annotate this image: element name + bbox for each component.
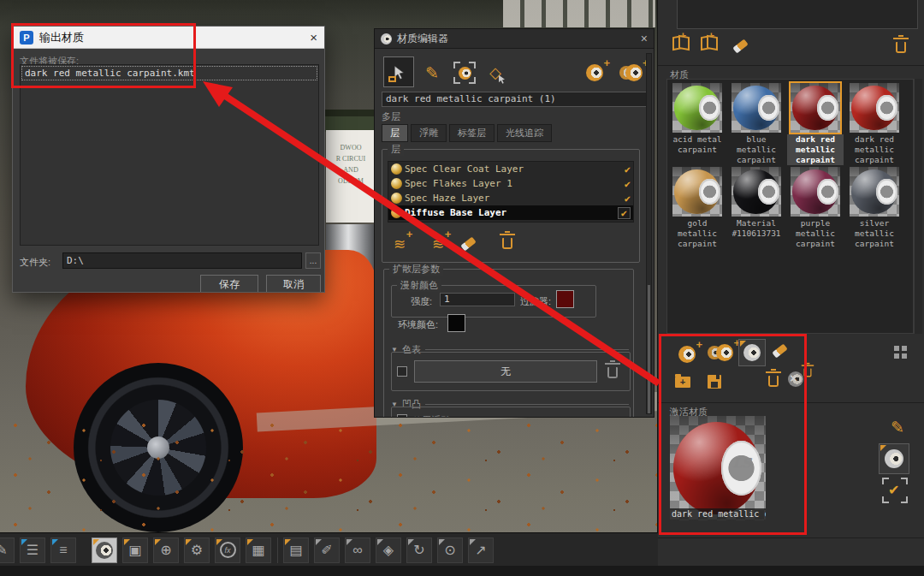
materials-scrollbar[interactable] [914,79,922,334]
dock-button-geometry-editor[interactable]: ✐ [314,537,340,563]
material-item[interactable]: silver metallic carpaint [846,167,903,249]
close-icon[interactable]: × [310,30,317,45]
layer-row[interactable]: Spec Flakes Layer 1 ✔ [388,176,633,191]
dock-button-image-styles[interactable]: ▣ [122,537,148,563]
section-rule [425,404,629,405]
delete-library-icon[interactable] [896,42,906,53]
layer-row[interactable]: Spec Clear Coat Layer ✔ [388,162,633,176]
dock-button-material-library[interactable] [92,537,117,563]
eyedropper-icon: ✎ [425,63,439,83]
dock-button-environment[interactable]: ⊕ [153,537,179,563]
add-library-folder-icon[interactable]: + [701,38,718,50]
file-list-area[interactable]: dark red metallic carpaint.kmt [20,64,319,246]
delete-layer-icon[interactable] [502,238,512,249]
material-name-field[interactable]: dark red metallic carpaint (1) [382,92,649,107]
tab-bump[interactable]: 浮雕 [411,124,447,142]
editor-titlebar[interactable]: 材质编辑器 × [375,29,654,49]
color-table-none-button[interactable]: 无 [414,360,597,383]
filter-color-swatch[interactable] [556,290,574,308]
save-button[interactable]: 保存 [200,275,258,293]
add-library-icon[interactable]: + [672,38,690,50]
browse-button[interactable]: ... [305,252,321,269]
active-material-thumbnail[interactable]: LS dark red metallic carp [670,416,766,520]
dock-button-animation[interactable]: ▦ [246,537,271,563]
clear-layer-icon[interactable] [460,237,476,252]
material-item[interactable]: purple metallic carpaint [787,167,844,249]
material-editor-window: 材质编辑器 × ✎ ◇ + + dark red metallic carpai… [374,28,654,418]
delete-color-table-icon[interactable] [607,367,618,378]
material-item-selected[interactable]: dark red metallic carpaint [787,83,844,165]
clean-materials-icon[interactable] [772,344,787,359]
material-item[interactable]: blue metallic carpaint [728,83,785,165]
dock-button-render-options[interactable]: ⚙ [184,537,210,563]
dock-button-edit-pen[interactable]: ✎ [0,537,15,563]
add-multi-material-button[interactable]: + [616,62,645,84]
layer-enabled-check-icon[interactable]: ✔ [618,207,631,219]
ambient-color-swatch[interactable] [447,314,465,332]
dock-button-tweak-wrench-list[interactable]: ☰ [20,537,45,563]
select-tool-button[interactable] [383,56,414,87]
dialog-titlebar[interactable]: P 输出材质 × [13,27,324,49]
section-rule [425,349,629,350]
add-multi-material-icon2[interactable]: + [716,344,733,361]
delete-unused-materials-icon[interactable]: × [788,371,803,390]
grid-view-icon[interactable] [894,346,907,359]
add-material-icon[interactable]: + [678,346,696,363]
clean-library-icon[interactable] [732,39,748,54]
dock-button-material-tools[interactable]: ◈ [376,537,401,563]
layer-enabled-check-icon[interactable]: ✔ [625,179,631,189]
open-folder-icon[interactable]: + [675,377,690,388]
dock-button-effects[interactable]: fx [215,537,240,563]
eyedropper-icon[interactable]: ✎ [891,418,904,437]
layer-row-selected[interactable]: Diffuse Base Layer ✔ [388,205,633,220]
folder-path-input[interactable]: D:\ [62,252,302,269]
plus-icon: + [445,229,452,240]
layer-enabled-check-icon[interactable]: ✔ [625,164,631,175]
layer-row[interactable]: Spec Haze Layer ✔ [388,191,633,205]
material-item[interactable]: acid metal carpaint [669,83,726,155]
use-bump-checkbox[interactable] [397,414,407,418]
material-mode-button-active[interactable] [738,339,766,366]
fx-icon: fx [220,542,236,558]
color-table-checkbox[interactable] [397,366,407,377]
box-icon [388,76,396,82]
cancel-button[interactable]: 取消 [266,275,321,293]
dock-button-task-list[interactable]: ≡ [50,537,76,563]
node-select-button[interactable]: ◇ [483,60,508,86]
dock-button-statistics[interactable]: ↗ [468,537,494,563]
material-item[interactable]: dark red metallic carpaint (1) [846,83,903,175]
filename-row[interactable]: dark red metallic carpaint.kmt [21,66,317,80]
multilayer-label: 多层 [382,110,400,123]
add-layer-icon[interactable]: ≋+ [394,235,406,253]
layer-enabled-check-icon[interactable]: ✔ [625,193,631,204]
scrollbar-thumb[interactable] [648,285,650,413]
tab-layers[interactable]: 层 [382,124,408,142]
material-item[interactable]: Material #110613731 [728,167,785,239]
library-tree-box[interactable] [677,0,918,29]
tab-labels[interactable]: 标签层 [449,124,495,142]
add-material-button[interactable]: + [583,62,607,84]
dock-button-turntable[interactable]: ↻ [406,537,432,563]
material-ball-button[interactable] [879,443,909,474]
app-logo-icon: P [20,31,33,45]
eyedropper-button[interactable]: ✎ [421,62,443,84]
save-material-icon[interactable] [708,375,721,389]
delete-material-icon[interactable] [768,376,779,387]
tab-raytrace[interactable]: 光线追踪 [497,124,552,142]
editor-scrollbar[interactable] [646,53,652,414]
layer-sphere-icon [391,207,402,218]
apply-check-button[interactable]: ✔ [882,478,908,503]
rotate-wrench-icon: ↻ [413,542,424,558]
close-icon[interactable]: × [641,32,648,45]
add-sublayer-icon[interactable]: ≋+ [432,235,444,253]
dock-button-camera-target[interactable]: ⊙ [437,537,463,563]
material-item[interactable]: gold metallic carpaint [669,167,726,249]
pick-material-button[interactable] [453,62,476,84]
divider [658,537,924,538]
dock-button-stereo-glasses[interactable]: ∞ [345,537,370,563]
cursor-icon [497,74,506,84]
divider [658,65,924,66]
dock-button-measurement[interactable]: ▤ [283,537,309,563]
gear-icon: ⚙ [191,542,203,558]
intensity-input[interactable]: 1 [440,293,515,306]
